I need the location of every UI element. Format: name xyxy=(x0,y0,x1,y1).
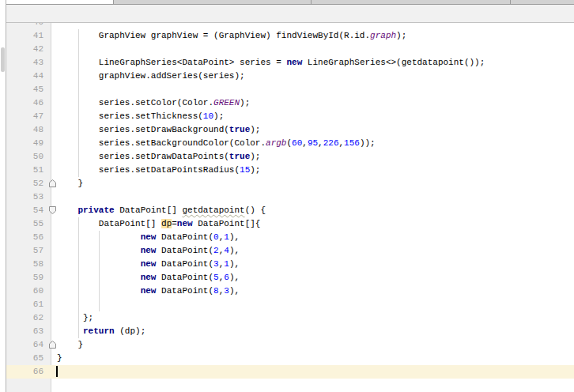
code-line: 43 LineGraphSeries<DataPoint> series = n… xyxy=(6,56,574,70)
left-panel-scrollbar-thumb[interactable] xyxy=(1,47,5,72)
code-text[interactable]: GraphView graphView = (GraphView) findVi… xyxy=(57,29,574,43)
code-text[interactable]: new DataPoint(5,6), xyxy=(57,271,574,285)
code-text[interactable]: new DataPoint(3,1), xyxy=(57,258,574,271)
fold-marker-up-icon[interactable] xyxy=(51,177,57,190)
fold-column xyxy=(51,150,57,164)
line-number[interactable]: 44 xyxy=(6,70,51,83)
fold-marker-up-icon[interactable] xyxy=(51,338,57,352)
fold-column xyxy=(51,285,57,298)
code-text[interactable]: new DataPoint(8,3), xyxy=(57,285,574,298)
code-line: 55 DataPoint[] dp=new DataPoint[]{ xyxy=(6,217,574,231)
code-text[interactable]: return (dp); xyxy=(57,325,574,338)
line-number[interactable]: 47 xyxy=(6,110,51,123)
toolbar-band xyxy=(6,5,574,23)
code-text[interactable]: new DataPoint(2,4), xyxy=(57,244,574,258)
indent-guide xyxy=(99,231,100,311)
code-text[interactable]: series.setDataPointsRadius(15); xyxy=(57,164,574,177)
code-line: 63 return (dp); xyxy=(6,325,574,338)
line-number[interactable]: 59 xyxy=(6,271,51,285)
line-number[interactable]: 57 xyxy=(6,244,51,258)
code-line: 61 xyxy=(6,298,574,311)
code-text[interactable] xyxy=(57,190,574,204)
fold-column xyxy=(51,352,57,365)
line-number[interactable]: 41 xyxy=(6,29,51,43)
code-line: 56 new DataPoint(0,1), xyxy=(6,231,574,244)
code-text[interactable]: graphView.addSeries(series); xyxy=(57,70,574,83)
code-line: 49 series.setBackgroundColor(Color.argb(… xyxy=(6,137,574,150)
line-number[interactable]: 53 xyxy=(6,190,51,204)
line-number[interactable]: 54 xyxy=(6,204,51,217)
fold-column xyxy=(51,43,57,56)
fold-column xyxy=(51,137,57,150)
fold-column xyxy=(51,23,57,29)
fold-column xyxy=(51,271,57,285)
fold-column xyxy=(51,298,57,311)
line-number[interactable]: 61 xyxy=(6,298,51,311)
code-line: 66 xyxy=(6,365,574,379)
line-number[interactable]: 66 xyxy=(6,365,51,379)
fold-column xyxy=(51,29,57,43)
line-number[interactable]: 51 xyxy=(6,164,51,177)
fold-column xyxy=(51,190,57,204)
code-line: 51 series.setDataPointsRadius(15); xyxy=(6,164,574,177)
code-line: 42 xyxy=(6,43,574,56)
code-line: 47 series.setThickness(10); xyxy=(6,110,574,123)
code-text[interactable] xyxy=(57,298,574,311)
line-number[interactable]: 64 xyxy=(6,338,51,352)
code-text[interactable]: }; xyxy=(57,311,574,325)
code-line: 62 }; xyxy=(6,311,574,325)
fold-column xyxy=(51,231,57,244)
line-number[interactable]: 60 xyxy=(6,285,51,298)
code-text[interactable]: series.setThickness(10); xyxy=(57,110,574,123)
code-text[interactable] xyxy=(57,365,574,379)
line-number[interactable]: 58 xyxy=(6,258,51,271)
indent-guide xyxy=(78,29,79,177)
code-rows: 4041 GraphView graphView = (GraphView) f… xyxy=(6,23,574,379)
code-text[interactable]: LineGraphSeries<DataPoint> series = new … xyxy=(57,56,574,70)
inactive-tabs-area[interactable] xyxy=(113,0,574,4)
line-number[interactable]: 62 xyxy=(6,311,51,325)
code-text[interactable]: series.setBackgroundColor(Color.argb(60,… xyxy=(57,137,574,150)
code-line: 60 new DataPoint(8,3), xyxy=(6,285,574,298)
code-line: 57 new DataPoint(2,4), xyxy=(6,244,574,258)
code-text[interactable]: } xyxy=(57,177,574,190)
fold-column xyxy=(51,325,57,338)
line-number[interactable]: 46 xyxy=(6,96,51,110)
code-text[interactable] xyxy=(57,43,574,56)
line-number[interactable]: 49 xyxy=(6,137,51,150)
code-text[interactable] xyxy=(57,23,574,29)
code-text[interactable]: DataPoint[] dp=new DataPoint[]{ xyxy=(57,217,574,231)
fold-column xyxy=(51,244,57,258)
code-text[interactable]: series.setColor(Color.GREEN); xyxy=(57,96,574,110)
fold-marker-down-icon[interactable] xyxy=(51,204,57,217)
code-line: 50 series.setDrawDataPoints(true); xyxy=(6,150,574,164)
fold-column xyxy=(51,123,57,137)
code-text[interactable] xyxy=(57,83,574,96)
code-text[interactable]: new DataPoint(0,1), xyxy=(57,231,574,244)
fold-column xyxy=(51,83,57,96)
code-text[interactable]: } xyxy=(57,338,574,352)
code-line: 64 } xyxy=(6,338,574,352)
line-number[interactable]: 40 xyxy=(6,23,51,29)
code-text[interactable]: } xyxy=(57,352,574,365)
line-number[interactable]: 55 xyxy=(6,217,51,231)
line-number[interactable]: 56 xyxy=(6,231,51,244)
code-text[interactable]: series.setDrawBackground(true); xyxy=(57,123,574,137)
line-number[interactable]: 45 xyxy=(6,83,51,96)
line-number[interactable]: 50 xyxy=(6,150,51,164)
code-line: 52 } xyxy=(6,177,574,190)
line-number[interactable]: 65 xyxy=(6,352,51,365)
line-number[interactable]: 63 xyxy=(6,325,51,338)
code-line: 46 series.setColor(Color.GREEN); xyxy=(6,96,574,110)
code-line: 48 series.setDrawBackground(true); xyxy=(6,123,574,137)
code-text[interactable]: series.setDrawDataPoints(true); xyxy=(57,150,574,164)
line-number[interactable]: 43 xyxy=(6,56,51,70)
code-line: 41 GraphView graphView = (GraphView) fin… xyxy=(6,29,574,43)
left-panel-edge xyxy=(0,0,6,392)
fold-column xyxy=(51,164,57,177)
line-number[interactable]: 48 xyxy=(6,123,51,137)
code-text[interactable]: private DataPoint[] getdatapoint() { xyxy=(57,204,574,217)
tab-separator xyxy=(311,0,312,4)
line-number[interactable]: 42 xyxy=(6,43,51,56)
line-number[interactable]: 52 xyxy=(6,177,51,190)
